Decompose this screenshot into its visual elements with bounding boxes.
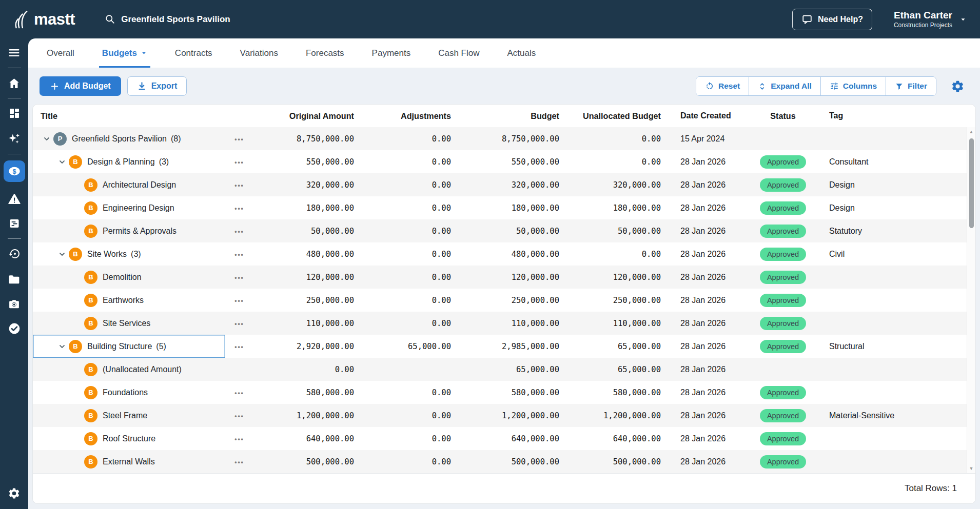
row-actions-menu-icon[interactable]: ••• [225, 227, 253, 236]
tab-label: Budgets [102, 48, 137, 58]
filter-button[interactable]: Filter [886, 77, 936, 95]
row-actions-menu-icon[interactable]: ••• [225, 296, 253, 305]
row-actions-menu-icon[interactable]: ••• [225, 411, 253, 420]
table-row[interactable]: B Site Services ••• 110,000.00 0.00 110,… [33, 312, 975, 335]
row-title-cell[interactable]: B Architectural Design [33, 173, 225, 196]
add-budget-button[interactable]: Add Budget [40, 76, 121, 96]
tab-budgets[interactable]: Budgets [102, 38, 147, 68]
budgets-dollar-icon[interactable]: $ [4, 160, 25, 182]
user-organization: Construction Projects [894, 22, 952, 29]
tab-variations[interactable]: Variations [240, 38, 278, 68]
mastt-logo[interactable]: mastt [12, 9, 75, 30]
column-header-original-amount[interactable]: Original Amount [253, 111, 354, 121]
scroll-down-arrow-icon[interactable]: ▼ [969, 464, 974, 473]
scroll-up-arrow-icon[interactable]: ▲ [969, 127, 974, 136]
table-row[interactable]: B Building Structure (5) ••• 2,920,000.0… [33, 335, 975, 358]
row-title-cell[interactable]: B Building Structure (5) [33, 335, 225, 358]
column-header-date-created[interactable]: Date Created [661, 111, 747, 120]
tab-contracts[interactable]: Contracts [175, 38, 212, 68]
folder-icon[interactable] [4, 272, 25, 287]
row-actions-menu-icon[interactable]: ••• [225, 434, 253, 443]
home-icon[interactable] [4, 75, 25, 91]
need-help-button[interactable]: Need Help? [792, 9, 872, 30]
row-title-cell[interactable]: B Foundations [33, 381, 225, 404]
tab-actuals[interactable]: Actuals [507, 38, 536, 68]
row-title-cell[interactable]: B External Walls [33, 450, 225, 473]
tab-payments[interactable]: Payments [372, 38, 411, 68]
row-expand-chevron-icon[interactable] [55, 158, 69, 166]
column-header-unallocated-budget[interactable]: Unallocated Budget [559, 111, 661, 121]
dashboard-icon[interactable] [4, 106, 25, 121]
column-header-status[interactable]: Status [747, 111, 819, 121]
columns-button[interactable]: Columns [820, 77, 886, 95]
camera-icon[interactable] [4, 296, 25, 312]
row-actions-menu-icon[interactable]: ••• [225, 457, 253, 466]
row-title-cell[interactable]: P Greenfield Sports Pavilion (8) [33, 127, 225, 150]
row-actions-menu-icon[interactable]: ••• [225, 180, 253, 190]
scrollbar-thumb[interactable] [969, 138, 974, 228]
row-actions-menu-icon[interactable]: ••• [225, 388, 253, 397]
table-row[interactable]: B Permits & Approvals ••• 50,000.00 0.00… [33, 219, 975, 242]
table-row[interactable]: B Steel Frame ••• 1,200,000.00 0.00 1,20… [33, 404, 975, 427]
table-row[interactable]: B Design & Planning (3) ••• 550,000.00 0… [33, 150, 975, 173]
row-title-cell[interactable]: B (Unallocated Amount) [33, 358, 225, 381]
sidebar-divider [8, 68, 21, 68]
settings-gear-icon[interactable] [4, 485, 25, 501]
row-adjustments: 0.00 [354, 296, 451, 305]
row-actions-menu-icon[interactable]: ••• [225, 134, 253, 144]
table-row[interactable]: B Foundations ••• 580,000.00 0.00 580,00… [33, 381, 975, 404]
row-actions-menu-icon[interactable]: ••• [225, 250, 253, 259]
table-row[interactable]: B Architectural Design ••• 320,000.00 0.… [33, 173, 975, 196]
row-actions-menu-icon[interactable]: ••• [225, 157, 253, 167]
reset-button[interactable]: Reset [696, 77, 749, 95]
column-header-adjustments[interactable]: Adjustments [354, 111, 451, 121]
notes-icon[interactable] [4, 216, 25, 231]
table-settings-gear-icon[interactable] [951, 79, 965, 93]
row-expand-chevron-icon[interactable] [40, 135, 53, 142]
row-title-cell[interactable]: B Site Services [33, 312, 225, 335]
row-title-cell[interactable]: B Roof Structure [33, 427, 225, 450]
expand-all-label: Expand All [771, 82, 812, 91]
row-title-cell[interactable]: B Site Works (3) [33, 242, 225, 266]
project-search[interactable]: Greenfield Sports Pavilion [105, 14, 230, 25]
row-title-cell[interactable]: B Permits & Approvals [33, 219, 225, 242]
table-row[interactable]: B External Walls ••• 500,000.00 0.00 500… [33, 450, 975, 473]
column-header-tag[interactable]: Tag [819, 111, 967, 120]
row-title-cell[interactable]: B Design & Planning (3) [33, 150, 225, 173]
vertical-scrollbar[interactable]: ▲ ▼ [967, 127, 975, 473]
budgets-table: Title Original Amount Adjustments Budget… [32, 104, 976, 504]
row-expand-chevron-icon[interactable] [55, 251, 69, 258]
row-title-cell[interactable]: B Engineering Design [33, 196, 225, 219]
table-row[interactable]: B Site Works (3) ••• 480,000.00 0.00 480… [33, 242, 975, 266]
row-actions-menu-icon[interactable]: ••• [225, 273, 253, 282]
row-title-cell[interactable]: B Demolition [33, 266, 225, 289]
sparkles-icon[interactable] [4, 131, 25, 147]
row-actions-menu-icon[interactable]: ••• [225, 365, 253, 374]
tab-overall[interactable]: Overall [47, 38, 74, 68]
row-expand-chevron-icon[interactable] [55, 343, 69, 350]
user-menu[interactable]: Ethan Carter Construction Projects [894, 10, 967, 29]
row-actions-menu-icon[interactable]: ••• [225, 319, 253, 328]
column-header-title[interactable]: Title [33, 105, 225, 127]
row-type-icon: B [84, 317, 97, 330]
menu-icon[interactable] [4, 45, 25, 60]
table-row[interactable]: P Greenfield Sports Pavilion (8) ••• 8,7… [33, 127, 975, 150]
history-icon[interactable] [4, 246, 25, 261]
row-title-cell[interactable]: B Earthworks [33, 289, 225, 312]
check-circle-icon[interactable] [4, 321, 25, 336]
export-button[interactable]: Export [127, 76, 187, 96]
row-title-cell[interactable]: B Steel Frame [33, 404, 225, 427]
tab-forecasts[interactable]: Forecasts [306, 38, 344, 68]
row-original-amount: 8,750,000.00 [253, 134, 354, 144]
row-actions-menu-icon[interactable]: ••• [225, 203, 253, 213]
table-row[interactable]: B (Unallocated Amount) ••• 0.00 65,000.0… [33, 358, 975, 381]
table-row[interactable]: B Engineering Design ••• 180,000.00 0.00… [33, 196, 975, 219]
column-header-budget[interactable]: Budget [451, 111, 559, 121]
table-row[interactable]: B Demolition ••• 120,000.00 0.00 120,000… [33, 266, 975, 289]
expand-all-button[interactable]: Expand All [749, 77, 820, 95]
tab-cash-flow[interactable]: Cash Flow [438, 38, 479, 68]
table-row[interactable]: B Earthworks ••• 250,000.00 0.00 250,000… [33, 289, 975, 312]
risk-warning-icon[interactable] [4, 191, 25, 207]
table-row[interactable]: B Roof Structure ••• 640,000.00 0.00 640… [33, 427, 975, 450]
row-actions-menu-icon[interactable]: ••• [225, 342, 253, 351]
